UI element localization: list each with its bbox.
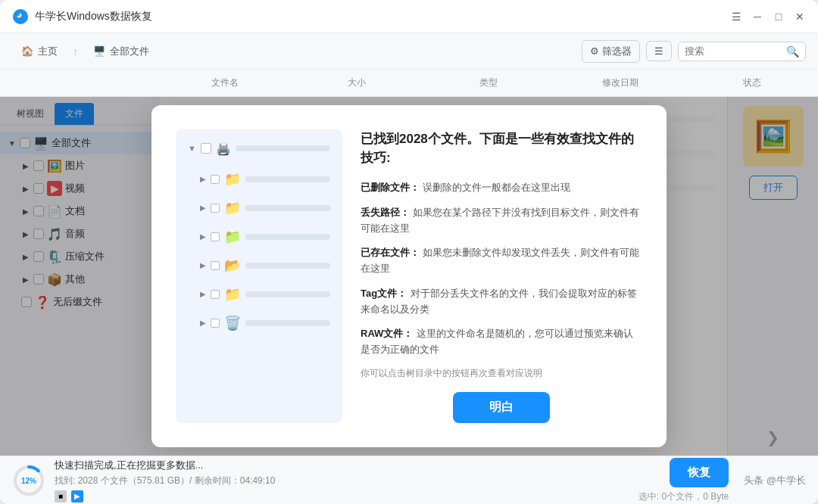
section-title-existing: 已存在文件：: [361, 247, 420, 258]
files-icon: 🖥️: [93, 45, 105, 57]
filter-button[interactable]: ⚙ 筛选器: [582, 40, 640, 63]
progress-circle: 12%: [12, 464, 45, 497]
row-checkbox: [211, 319, 220, 328]
col-filename: 文件名: [159, 76, 291, 89]
arrow-icon: ▼: [188, 144, 196, 153]
home-label: 主页: [38, 45, 58, 58]
section-title-lost-path: 丢失路径：: [361, 207, 410, 218]
modal-section-tag: Tag文件： 对于部分丢失文件名的文件，我们会提取对应的标签来命名以及分类: [361, 286, 642, 318]
modal-tree-row-6: ▶ 🗑️: [188, 312, 330, 334]
arrow-icon: ▶: [200, 204, 206, 212]
main-window: 牛学长Windows数据恢复 ☰ ─ □ ✕ 🏠 主页 ↑ 🖥️ 全部文件 ⚙ …: [0, 0, 818, 504]
maximize-button[interactable]: □: [773, 11, 785, 23]
main-area: 树视图 文件 ▼ 🖥️ 全部文件 ▶ 🖼️ 图片: [0, 97, 818, 456]
ok-button[interactable]: 明白: [453, 392, 550, 423]
scan-title: 快速扫描完成,正在挖掘更多数据...: [55, 459, 629, 472]
section-title-tag: Tag文件：: [361, 288, 407, 299]
row-checkbox: [211, 204, 220, 213]
folder-icon-5: 📁: [224, 286, 241, 303]
line-placeholder: [245, 320, 330, 326]
close-button[interactable]: ✕: [794, 11, 806, 23]
section-text-deleted: 误删除的文件一般都会在这里出现: [423, 182, 570, 193]
select-info: 选中: 0个文件，0 Byte: [638, 490, 729, 503]
column-headers: 文件名 大小 类型 修改日期 状态: [0, 70, 818, 97]
line-placeholder: [236, 145, 330, 151]
modal-title: 已找到2028个文件。下面是一些有效查找文件的技巧:: [361, 129, 642, 168]
section-title-deleted: 已删除文件：: [361, 182, 420, 193]
scan-sub: 找到: 2028 个文件（575.81 GB）/ 剩余时间：04:49:10: [55, 474, 629, 487]
arrow-icon: ▶: [200, 290, 206, 298]
search-input[interactable]: [685, 45, 783, 57]
line-placeholder: [245, 263, 330, 269]
line-placeholder: [245, 205, 330, 211]
col-size: 大小: [291, 76, 423, 89]
header-checkbox: [201, 143, 211, 154]
all-files-button[interactable]: 🖥️ 全部文件: [84, 40, 158, 63]
filter-icon: ⚙: [590, 45, 599, 57]
bottom-controls: ■ ▶: [55, 490, 629, 502]
modal-footer-text: 你可以点击树目录中的按钮再次查看对应说明: [361, 367, 642, 380]
line-placeholder: [245, 176, 330, 182]
line-placeholder: [245, 291, 330, 297]
folder-icon-4: 📂: [224, 257, 241, 274]
row-checkbox: [211, 232, 220, 241]
window-controls: ☰ ─ □ ✕: [730, 11, 806, 23]
modal-section-deleted: 已删除文件： 误删除的文件一般都会在这里出现: [361, 180, 642, 196]
printer-icon: 🖨️: [216, 142, 231, 156]
folder-icon-3: 📁: [224, 229, 241, 245]
arrow-icon: ▶: [200, 261, 206, 269]
folder-icon-2: 📁: [224, 200, 241, 216]
home-button[interactable]: 🏠 主页: [12, 40, 67, 63]
row-checkbox: [211, 261, 220, 270]
play-button[interactable]: ▶: [71, 490, 83, 502]
modal-tree-header: ▼ 🖨️: [188, 142, 330, 156]
tips-modal: ▼ 🖨️ ▶ 📁 ▶ 📁: [151, 105, 667, 447]
app-title: 牛学长Windows数据恢复: [35, 10, 730, 23]
modal-overlay: ▼ 🖨️ ▶ 📁 ▶ 📁: [0, 97, 818, 456]
modal-content: 已找到2028个文件。下面是一些有效查找文件的技巧: 已删除文件： 误删除的文件…: [361, 129, 642, 423]
search-box: 🔍: [678, 42, 806, 61]
toolbar-right: ⚙ 筛选器 ☰ 🔍: [582, 40, 806, 63]
folder-icon-6: 🗑️: [224, 315, 241, 331]
pause-button[interactable]: ■: [55, 490, 67, 502]
col-status: 状态: [686, 76, 818, 89]
line-placeholder: [245, 234, 330, 240]
arrow-icon: ▶: [200, 232, 206, 241]
recover-section: 恢复 选中: 0个文件，0 Byte: [638, 458, 729, 503]
title-bar: 牛学长Windows数据恢复 ☰ ─ □ ✕: [0, 0, 818, 33]
home-icon: 🏠: [21, 45, 33, 57]
breadcrumb-arrow: ↑: [73, 45, 78, 58]
col-modified: 修改日期: [554, 76, 686, 89]
modal-section-raw: RAW文件： 这里的文件命名是随机的，您可以通过预览来确认是否为正确的文件: [361, 326, 642, 358]
col-type: 类型: [423, 76, 554, 89]
arrow-icon: ▶: [200, 175, 206, 183]
list-view-button[interactable]: ☰: [646, 41, 672, 61]
arrow-icon: ▶: [200, 319, 206, 327]
minimize-button[interactable]: ─: [751, 11, 763, 23]
path-label: 全部文件: [110, 45, 149, 58]
folder-icon-1: 📁: [224, 171, 241, 188]
menu-icon[interactable]: ☰: [730, 11, 742, 23]
modal-section-existing: 已存在文件： 如果您未删除文件却发现文件丢失，则文件有可能在这里: [361, 245, 642, 277]
modal-tree-row-1: ▶ 📁: [188, 168, 330, 191]
modal-tree-row-4: ▶ 📂: [188, 254, 330, 277]
bottom-bar: 12% 快速扫描完成,正在挖掘更多数据... 找到: 2028 个文件（575.…: [0, 456, 818, 504]
toolbar: 🏠 主页 ↑ 🖥️ 全部文件 ⚙ 筛选器 ☰ 🔍: [0, 33, 818, 70]
modal-tree-row-3: ▶ 📁: [188, 226, 330, 248]
modal-tree-row-2: ▶ 📁: [188, 197, 330, 219]
row-checkbox: [211, 175, 220, 184]
modal-tree-row-5: ▶ 📁: [188, 283, 330, 306]
row-checkbox: [211, 290, 220, 299]
search-icon[interactable]: 🔍: [786, 45, 799, 58]
modal-section-lost-path: 丢失路径： 如果您在某个路径下并没有找到目标文件，则文件有可能在这里: [361, 205, 642, 237]
app-logo: [12, 8, 29, 25]
progress-text: 12%: [21, 476, 36, 484]
watermark: 头条 @牛学长: [744, 474, 806, 487]
recover-button[interactable]: 恢复: [670, 458, 729, 487]
modal-illustration: ▼ 🖨️ ▶ 📁 ▶ 📁: [176, 129, 342, 423]
bottom-info: 快速扫描完成,正在挖掘更多数据... 找到: 2028 个文件（575.81 G…: [55, 459, 629, 502]
section-title-raw: RAW文件：: [361, 328, 413, 339]
